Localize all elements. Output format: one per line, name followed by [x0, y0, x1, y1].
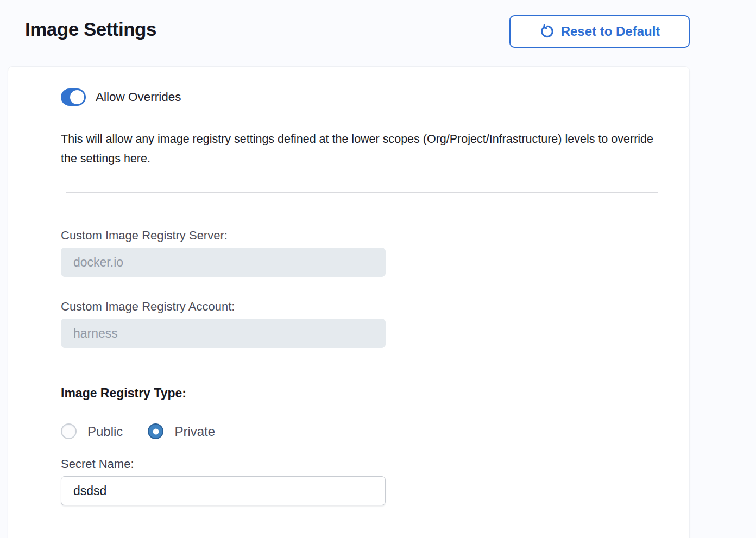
- image-settings-page: Image Settings Reset to Default Allow Ov…: [0, 0, 756, 538]
- page-title: Image Settings: [25, 18, 156, 40]
- settings-card: Allow Overrides This will allow any imag…: [8, 66, 690, 538]
- radio-option-private[interactable]: Private: [148, 423, 215, 439]
- radio-public-label: Public: [87, 424, 123, 439]
- registry-type-radio-group: Public Private: [61, 423, 670, 439]
- radio-private-icon[interactable]: [148, 423, 163, 439]
- reset-to-default-button[interactable]: Reset to Default: [509, 15, 690, 48]
- reset-icon: [539, 24, 555, 39]
- registry-type-heading: Image Registry Type:: [61, 386, 670, 401]
- registry-server-label: Custom Image Registry Server:: [61, 229, 670, 243]
- registry-account-input[interactable]: [61, 319, 386, 348]
- reset-button-label: Reset to Default: [561, 24, 660, 39]
- overrides-description: This will allow any image registry setti…: [61, 129, 665, 168]
- radio-option-public[interactable]: Public: [61, 423, 123, 439]
- registry-account-label: Custom Image Registry Account:: [61, 300, 670, 314]
- secret-name-input[interactable]: [61, 476, 386, 505]
- radio-public-icon[interactable]: [61, 423, 77, 439]
- toggle-knob: [70, 90, 84, 104]
- secret-name-label: Secret Name:: [61, 457, 670, 471]
- section-divider: [66, 192, 658, 193]
- registry-server-input[interactable]: [61, 248, 386, 277]
- allow-overrides-row: Allow Overrides: [61, 88, 670, 106]
- radio-private-label: Private: [174, 424, 215, 439]
- allow-overrides-label: Allow Overrides: [96, 90, 181, 104]
- allow-overrides-toggle[interactable]: [61, 88, 86, 106]
